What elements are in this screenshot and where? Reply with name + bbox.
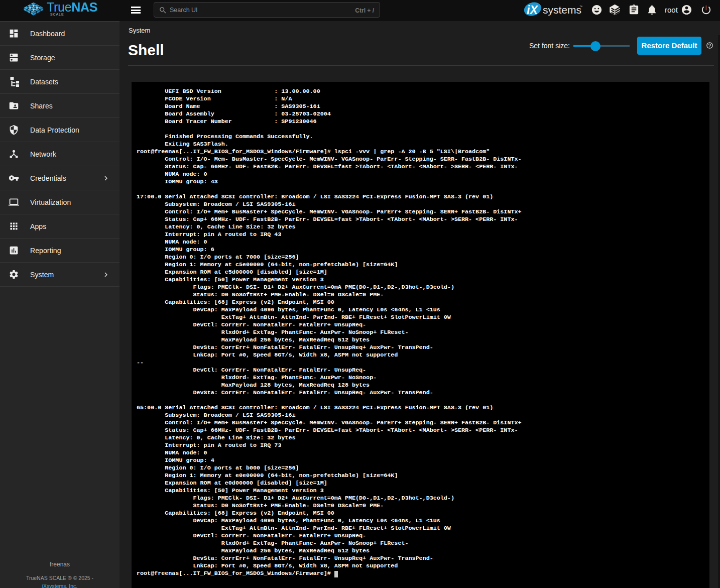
svg-text:™: ™ [579,5,582,9]
svg-text:systems: systems [543,4,581,16]
svg-text:iX: iX [527,4,538,17]
